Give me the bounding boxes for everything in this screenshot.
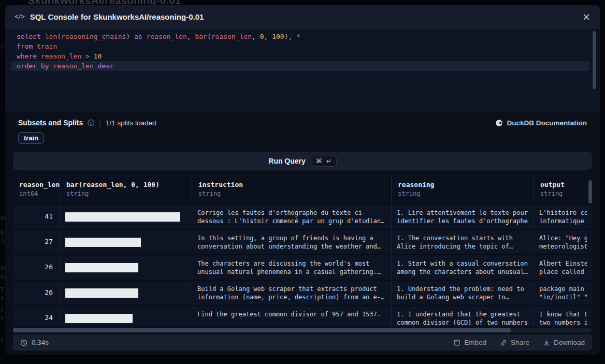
cell-reason-len[interactable]: 26 (13, 255, 60, 280)
cell-bar[interactable] (60, 205, 192, 229)
split-chip-train[interactable]: train (18, 132, 44, 144)
cell-reason-len[interactable]: 26 (13, 281, 60, 305)
kbd-shortcut: ⌘ ↵ (312, 156, 337, 167)
cell-reason-len[interactable]: 24 (13, 306, 60, 326)
table-vertical-scrollbar[interactable] (588, 180, 592, 327)
cell-output[interactable]: package main"io/ioutil" " (534, 281, 592, 305)
cell-text-line: Alice introducing the topic of… (397, 242, 528, 251)
cell-output[interactable]: Albert Einsteplace called (534, 255, 592, 280)
sql-token: reason_len (211, 33, 252, 40)
sql-line[interactable]: from train (11, 41, 589, 51)
table-horizontal-scrollbar[interactable] (13, 328, 592, 332)
column-header-bar-reason-len-0-100-[interactable]: bar(reason_len, 0, 100)string (60, 176, 192, 203)
cell-instruction[interactable]: The characters are discussing the world'… (192, 255, 391, 280)
run-query-button[interactable]: Run Query ⌘ ↵ (13, 152, 592, 170)
table-row[interactable]: 41Corrige les fautes d'orthographe du te… (13, 205, 592, 230)
sql-token (81, 52, 85, 60)
sql-token (37, 52, 41, 60)
cell-text-line: I know that t (539, 310, 587, 318)
column-type: string (540, 190, 586, 197)
cell-bar[interactable] (60, 230, 192, 254)
sql-token: len (45, 33, 57, 40)
table-row[interactable]: 26Build a Golang web scraper that extrac… (13, 281, 592, 306)
split-chips: train (18, 132, 44, 144)
column-header-instruction[interactable]: instructionstring (192, 176, 391, 203)
share-button[interactable]: Share (500, 339, 529, 346)
duckdb-doc-link[interactable]: DuckDB Documentation (495, 119, 587, 127)
cell-text-line: two numbers i (539, 318, 587, 326)
close-icon[interactable]: × (582, 12, 590, 22)
cell-output[interactable]: I know that ttwo numbers i (534, 306, 592, 326)
cell-reason-len[interactable]: 41 (13, 205, 60, 229)
share-button-label: Share (511, 339, 529, 346)
sql-token (41, 33, 45, 40)
cell-text-line: 1. I understand that the greatest (397, 310, 528, 318)
sql-editor-content[interactable]: select len(reasoning_chains) as reason_l… (11, 32, 589, 71)
column-name: bar(reason_len, 0, 100) (66, 181, 185, 188)
embed-button[interactable]: Embed (453, 339, 486, 346)
embed-button-label: Embed (464, 339, 486, 346)
embed-icon (453, 339, 460, 346)
column-header-reasoning[interactable]: reasoningstring (391, 176, 534, 203)
cell-output[interactable]: Alice: "Hey gmeteorologist (534, 230, 592, 254)
cell-text-line: information (name, price, description) f… (197, 293, 386, 301)
column-name: reasoning (398, 181, 527, 188)
sql-token: as (134, 33, 142, 40)
sql-token: , (252, 33, 260, 40)
cell-reasoning[interactable]: 1. Lire attentivement le texte pourident… (391, 205, 534, 229)
cell-bar[interactable] (60, 255, 192, 280)
run-query-label: Run Query (268, 157, 306, 165)
cell-bar[interactable] (60, 306, 192, 326)
subsets-splits-row: Subsets and Splits ⓘ | 1/1 splits loaded… (18, 117, 587, 128)
cell-instruction[interactable]: Corrige les fautes d'orthographe du text… (192, 205, 391, 229)
cell-instruction[interactable]: Build a Golang web scraper that extracts… (192, 281, 391, 305)
cell-text-line: "io/ioutil" " (539, 293, 587, 301)
editor-scrollbar-thumb[interactable] (593, 31, 596, 89)
cell-text-line: dessous : L'histoir cmmencé par un grup … (197, 217, 386, 225)
sql-token: ), (284, 33, 296, 40)
table-row[interactable]: 27In this setting, a group of friends is… (13, 230, 592, 255)
table-body: 41Corrige les fautes d'orthographe du te… (13, 205, 592, 326)
splits-loaded-text: 1/1 splits loaded (106, 119, 156, 127)
table-header-row: reason_lenint64bar(reason_len, 0, 100)st… (13, 176, 592, 205)
cell-reasoning[interactable]: 1. Start with a casual conversationamong… (391, 255, 534, 280)
editor-scrollbar[interactable] (593, 31, 596, 109)
cell-reasoning[interactable]: 1. I understand that the greatestcommon … (391, 306, 534, 326)
sql-token (90, 52, 94, 60)
link-icon (500, 339, 507, 346)
table-vertical-scrollbar-thumb[interactable] (588, 180, 592, 203)
bar-visualization (65, 314, 133, 323)
cell-text-line: informatique (539, 217, 587, 225)
cell-instruction[interactable]: Find the greatest common divisor of 957 … (192, 306, 391, 326)
sql-line-active[interactable]: order by reason_len desc (11, 61, 589, 71)
cell-reason-len[interactable]: 27 (13, 230, 60, 254)
download-button[interactable]: Download (543, 339, 585, 346)
cell-text-line: 1. Understand the problem: need to (397, 285, 528, 293)
cell-text-line: conversation about understanding the wea… (197, 242, 386, 251)
cell-text-line: Alice: "Hey g (539, 234, 587, 242)
backdrop-fragment: b (1, 229, 4, 236)
sql-editor[interactable]: select len(reasoning_chains) as reason_l… (5, 29, 600, 111)
table-horizontal-scrollbar-thumb[interactable] (13, 328, 511, 332)
cell-reasoning[interactable]: 1. Understand the problem: need tobuild … (391, 281, 534, 305)
table-row[interactable]: 26The characters are discussing the worl… (13, 255, 592, 281)
sql-line[interactable]: where reason_len > 10 (11, 51, 589, 61)
cell-bar[interactable] (60, 281, 192, 305)
sql-token: * (296, 33, 300, 40)
cell-output[interactable]: L'histoire coinformatique (534, 205, 592, 229)
cell-text-line: In this setting, a group of friends is h… (197, 234, 386, 242)
cell-text-line: Find the greatest common divisor of 957 … (197, 310, 386, 318)
table-row[interactable]: 24Find the greatest common divisor of 95… (13, 306, 592, 326)
sql-token: bar (195, 33, 207, 40)
sql-line[interactable]: select len(reasoning_chains) as reason_l… (11, 32, 589, 41)
sql-token: select (17, 33, 41, 40)
cell-reasoning[interactable]: 1. The conversation starts withAlice int… (391, 230, 534, 254)
bar-visualization (65, 212, 180, 222)
column-header-output[interactable]: outputstring (534, 176, 592, 203)
info-icon[interactable]: ⓘ (88, 120, 94, 126)
results-table: reason_lenint64bar(reason_len, 0, 100)st… (13, 176, 592, 327)
bar-visualization (65, 238, 141, 247)
cell-instruction[interactable]: In this setting, a group of friends is h… (192, 230, 391, 254)
cell-text-line: 1. The conversation starts with (397, 234, 528, 242)
column-header-reason-len[interactable]: reason_lenint64 (13, 176, 60, 203)
